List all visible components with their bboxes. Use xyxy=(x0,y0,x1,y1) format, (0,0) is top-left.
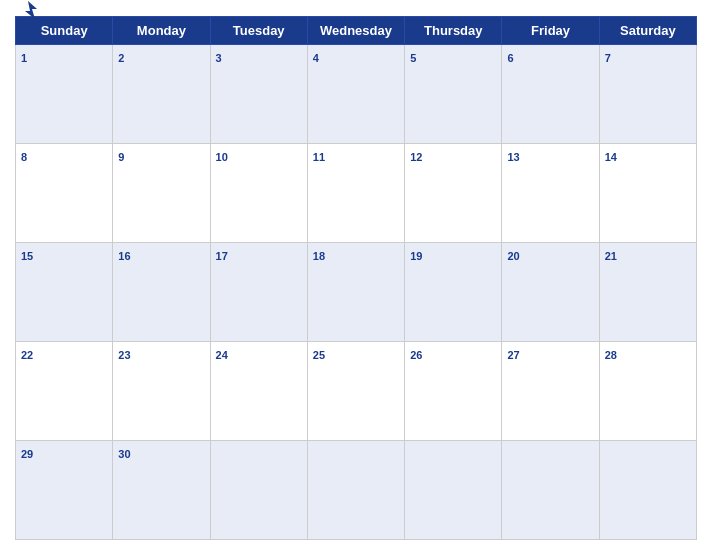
calendar-day: 1 xyxy=(16,45,113,144)
calendar-day: 24 xyxy=(210,342,307,441)
day-number: 3 xyxy=(216,52,222,64)
day-number: 17 xyxy=(216,250,228,262)
weekday-header-thursday: Thursday xyxy=(405,17,502,45)
calendar-week-row: 891011121314 xyxy=(16,144,697,243)
calendar-day: 8 xyxy=(16,144,113,243)
day-number: 28 xyxy=(605,349,617,361)
calendar-day: 4 xyxy=(307,45,404,144)
day-number: 26 xyxy=(410,349,422,361)
day-number: 12 xyxy=(410,151,422,163)
weekday-header-friday: Friday xyxy=(502,17,599,45)
calendar-day: 23 xyxy=(113,342,210,441)
day-number: 23 xyxy=(118,349,130,361)
calendar-day: 11 xyxy=(307,144,404,243)
calendar-day: 27 xyxy=(502,342,599,441)
day-number: 10 xyxy=(216,151,228,163)
day-number: 1 xyxy=(21,52,27,64)
day-number: 16 xyxy=(118,250,130,262)
calendar-day: 5 xyxy=(405,45,502,144)
day-number: 14 xyxy=(605,151,617,163)
day-number: 5 xyxy=(410,52,416,64)
day-number: 25 xyxy=(313,349,325,361)
day-number: 30 xyxy=(118,448,130,460)
day-number: 2 xyxy=(118,52,124,64)
day-number: 15 xyxy=(21,250,33,262)
calendar-day: 19 xyxy=(405,243,502,342)
day-number: 9 xyxy=(118,151,124,163)
svg-marker-0 xyxy=(25,1,37,19)
calendar-day xyxy=(307,441,404,540)
day-number: 22 xyxy=(21,349,33,361)
day-number: 21 xyxy=(605,250,617,262)
calendar-week-row: 1234567 xyxy=(16,45,697,144)
calendar-day: 12 xyxy=(405,144,502,243)
calendar-day: 17 xyxy=(210,243,307,342)
day-number: 27 xyxy=(507,349,519,361)
calendar-week-row: 15161718192021 xyxy=(16,243,697,342)
calendar-day xyxy=(502,441,599,540)
weekday-header-monday: Monday xyxy=(113,17,210,45)
calendar-table: SundayMondayTuesdayWednesdayThursdayFrid… xyxy=(15,16,697,540)
calendar-day: 6 xyxy=(502,45,599,144)
day-number: 19 xyxy=(410,250,422,262)
calendar-day xyxy=(599,441,696,540)
day-number: 11 xyxy=(313,151,325,163)
calendar-day: 13 xyxy=(502,144,599,243)
day-number: 29 xyxy=(21,448,33,460)
calendar-day: 10 xyxy=(210,144,307,243)
calendar-day: 7 xyxy=(599,45,696,144)
day-number: 4 xyxy=(313,52,319,64)
logo xyxy=(15,0,39,21)
calendar-week-row: 22232425262728 xyxy=(16,342,697,441)
weekday-header-row: SundayMondayTuesdayWednesdayThursdayFrid… xyxy=(16,17,697,45)
day-number: 13 xyxy=(507,151,519,163)
day-number: 6 xyxy=(507,52,513,64)
day-number: 8 xyxy=(21,151,27,163)
calendar-day: 20 xyxy=(502,243,599,342)
calendar-day: 14 xyxy=(599,144,696,243)
calendar-day xyxy=(210,441,307,540)
calendar-day: 30 xyxy=(113,441,210,540)
weekday-header-wednesday: Wednesday xyxy=(307,17,404,45)
calendar-week-row: 2930 xyxy=(16,441,697,540)
day-number: 18 xyxy=(313,250,325,262)
day-number: 20 xyxy=(507,250,519,262)
calendar-day: 25 xyxy=(307,342,404,441)
calendar-day: 22 xyxy=(16,342,113,441)
calendar-day: 26 xyxy=(405,342,502,441)
calendar-day: 29 xyxy=(16,441,113,540)
calendar-day: 9 xyxy=(113,144,210,243)
calendar-day: 28 xyxy=(599,342,696,441)
calendar-day: 2 xyxy=(113,45,210,144)
calendar-day: 3 xyxy=(210,45,307,144)
calendar-day: 16 xyxy=(113,243,210,342)
day-number: 24 xyxy=(216,349,228,361)
logo-bird-icon xyxy=(17,0,39,21)
weekday-header-tuesday: Tuesday xyxy=(210,17,307,45)
calendar-day: 18 xyxy=(307,243,404,342)
calendar-day: 15 xyxy=(16,243,113,342)
weekday-header-saturday: Saturday xyxy=(599,17,696,45)
calendar-day: 21 xyxy=(599,243,696,342)
day-number: 7 xyxy=(605,52,611,64)
calendar-day xyxy=(405,441,502,540)
